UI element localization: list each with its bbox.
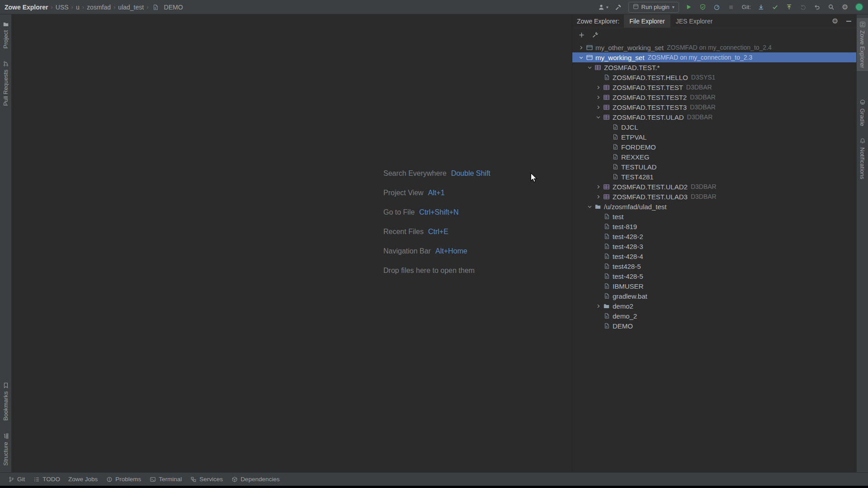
undo-button[interactable] [813, 3, 821, 11]
tree-node-label: REXXEG [621, 153, 650, 161]
tree-row[interactable]: gradlew.bat [572, 291, 856, 301]
breadcrumb-item-zowe-explorer[interactable]: Zowe Explorer [5, 4, 48, 11]
tree-row[interactable]: my_working_setZOSMFAD on my_connection_t… [572, 52, 856, 62]
tree-node-label: test [613, 213, 623, 221]
tree-row[interactable]: demo_2 [572, 311, 856, 321]
tree-row[interactable]: ZOSMFAD.TEST.ULAD3D3DBAR [572, 192, 856, 202]
chevron-right-icon[interactable] [594, 84, 602, 90]
git-commit-button[interactable] [771, 3, 779, 11]
user-menu-button[interactable]: ▾ [597, 3, 609, 11]
tree-row[interactable]: ETPVAL [572, 132, 856, 142]
tree-node-suffix: D3DBAR [691, 183, 717, 190]
panel-settings-gear-icon[interactable]: ⚙ [831, 17, 839, 25]
chevron-right-icon[interactable] [577, 45, 585, 51]
tree-row[interactable]: /u/zosmfad/ulad_test [572, 202, 856, 211]
dataset-icon [602, 84, 611, 91]
statusbar-item-dependencies[interactable]: Dependencies [227, 473, 283, 486]
breadcrumb-item-demo[interactable]: DEMO [151, 4, 183, 11]
tree-node-label: my_other_working_set [595, 44, 664, 52]
tool-strip-bookmarks[interactable]: Bookmarks [0, 379, 11, 423]
chevron-right-icon[interactable] [594, 104, 602, 110]
chevron-down-icon[interactable] [577, 55, 585, 61]
tree-row[interactable]: test428-5 [572, 261, 856, 271]
chevron-right-icon[interactable] [594, 184, 602, 190]
breadcrumb-item-uss[interactable]: USS [56, 4, 69, 11]
statusbar-item-services[interactable]: Services [186, 473, 227, 486]
profiler-button[interactable] [713, 3, 721, 11]
git-push-button[interactable] [785, 3, 793, 11]
tab-jes-explorer[interactable]: JES Explorer [670, 14, 718, 28]
avatar[interactable] [855, 3, 863, 11]
tree-row[interactable]: test-428-3 [572, 241, 856, 251]
tool-strip-structure[interactable]: Structure [0, 430, 11, 469]
tool-strip-pull-requests[interactable]: Pull Requests [0, 57, 11, 108]
chevron-right-icon[interactable] [594, 303, 602, 309]
statusbar-item-zowe-jobs[interactable]: Zowe Jobs [64, 473, 102, 486]
shortcut-hint-row: Go to FileCtrl+Shift+N [383, 202, 491, 222]
tree-row[interactable]: IBMUSER [572, 281, 856, 291]
tree-node-label: demo_2 [613, 312, 637, 320]
tree-row[interactable]: DJCL [572, 122, 856, 132]
tool-strip-notifications[interactable]: Notifications [857, 135, 868, 182]
tree-row[interactable]: TEST4281 [572, 172, 856, 182]
tree-row[interactable]: ZOSMFAD.TEST.HELLOD3SYS1 [572, 72, 856, 82]
tab-file-explorer[interactable]: File Explorer [624, 14, 670, 28]
tools-button[interactable] [591, 31, 599, 38]
tree-node-label: ZOSMFAD.TEST.TEST2 [613, 94, 687, 101]
tool-strip-gradle[interactable]: Gradle [857, 96, 868, 129]
add-button[interactable] [578, 31, 585, 38]
tree-row[interactable]: test [572, 211, 856, 221]
tree-row[interactable]: ZOSMFAD.TEST.ULADD3DBAR [572, 112, 856, 122]
chevron-right-icon[interactable] [594, 94, 602, 100]
tree-row[interactable]: test-819 [572, 221, 856, 231]
statusbar-item-todo[interactable]: TODO [29, 473, 64, 486]
breadcrumb-item-u[interactable]: u [76, 4, 80, 11]
tree-row[interactable]: ZOSMFAD.TEST.* [572, 62, 856, 72]
tree-row[interactable]: FORDEMO [572, 142, 856, 152]
breadcrumb-label: zosmfad [87, 4, 111, 11]
build-hammer-icon[interactable] [614, 3, 623, 11]
search-everywhere-button[interactable] [827, 3, 835, 11]
git-branch-icon [8, 476, 14, 483]
tree-row[interactable]: my_other_working_setZOSMFAD on my_connec… [572, 42, 856, 52]
tree-row[interactable]: test-428-2 [572, 231, 856, 241]
hide-panel-icon[interactable] [844, 17, 853, 25]
tree-row[interactable]: TESTULAD [572, 162, 856, 172]
coverage-button[interactable] [699, 3, 707, 11]
tree-row[interactable]: ZOSMFAD.TEST.ULAD2D3DBAR [572, 182, 856, 192]
tool-strip-project[interactable]: Project [0, 18, 11, 51]
tree-row[interactable]: REXXEG [572, 152, 856, 162]
tree-row[interactable]: ZOSMFAD.TEST.TEST3D3DBAR [572, 102, 856, 112]
tree-indent [572, 77, 594, 78]
tree-node-label: gradlew.bat [613, 292, 647, 300]
chevron-down-icon[interactable] [585, 204, 594, 210]
editor-area[interactable]: Search EverywhereDouble ShiftProject Vie… [12, 14, 572, 472]
statusbar-item-terminal[interactable]: Terminal [145, 473, 186, 486]
chevron-down-icon: ▾ [606, 5, 609, 9]
breadcrumb-label: USS [56, 4, 69, 11]
shortcut-label: Project View [383, 189, 424, 197]
tree-row[interactable]: ZOSMFAD.TEST.TESTD3DBAR [572, 82, 856, 92]
tree-row[interactable]: ZOSMFAD.TEST.TEST2D3DBAR [572, 92, 856, 102]
breadcrumb-item-zosmfad[interactable]: zosmfad [87, 4, 111, 11]
git-update-button[interactable] [757, 3, 765, 11]
breadcrumb-item-ulad-test[interactable]: ulad_test [118, 4, 144, 11]
statusbar-item-git[interactable]: Git [4, 473, 29, 486]
tree-row[interactable]: test-428-5 [572, 271, 856, 281]
chevron-down-icon[interactable] [585, 65, 594, 70]
run-button[interactable] [685, 3, 693, 11]
dataset-icon [602, 104, 611, 111]
tree-row[interactable]: demo2 [572, 301, 856, 311]
chevron-down-icon[interactable] [594, 114, 602, 120]
tree-node-label: test-428-2 [613, 233, 643, 240]
tree-row[interactable]: DEMO [572, 321, 856, 331]
settings-gear-icon[interactable]: ⚙ [841, 3, 849, 11]
run-config-selector[interactable]: Run plugin ▾ [628, 2, 679, 13]
tool-strip-zowe-explorer[interactable]: Zowe Explorer [857, 18, 868, 71]
tree-indent [572, 236, 594, 237]
chevron-right-icon[interactable] [594, 194, 602, 200]
file-icon [151, 4, 160, 10]
file-icon [602, 243, 611, 249]
statusbar-item-problems[interactable]: Problems [102, 473, 145, 486]
tree-row[interactable]: test-428-4 [572, 251, 856, 261]
